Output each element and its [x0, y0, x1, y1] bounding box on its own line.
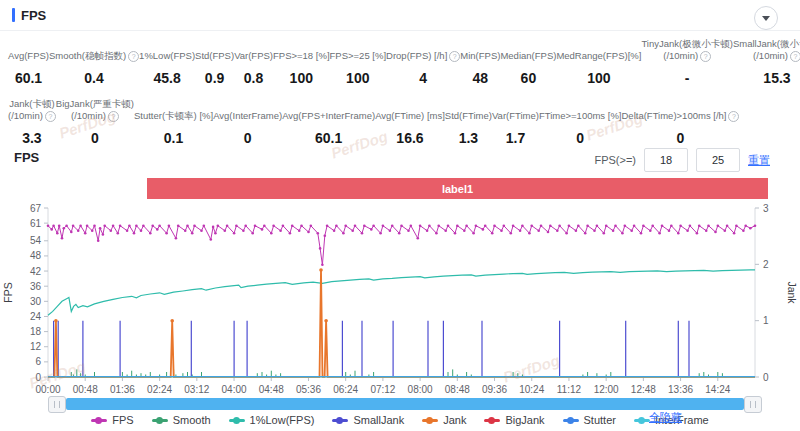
reset-link[interactable]: 重置	[748, 153, 770, 168]
stat-value: 60	[521, 70, 537, 86]
svg-text:04:00: 04:00	[222, 384, 247, 395]
legend-item-smalljank[interactable]: SmallJank	[332, 414, 404, 426]
stat-value: 0	[244, 130, 252, 146]
legend-item-1-low-fps-[interactable]: 1%Low(FPS)	[229, 414, 315, 426]
stat-label: TinyJank(极微小卡顿)	[641, 38, 733, 50]
svg-text:10:24: 10:24	[519, 384, 544, 395]
stat-label: 1%Low(FPS)	[139, 50, 195, 62]
stat-var-fps: Var(FPS) 0.8	[234, 36, 273, 86]
legend-label: SmallJank	[353, 414, 404, 426]
stats-spacer	[739, 96, 770, 146]
svg-text:11:12: 11:12	[557, 384, 582, 395]
stat-label: FTime>=100ms [%]	[539, 110, 622, 122]
svg-text:08:48: 08:48	[445, 384, 470, 395]
hide-all-link[interactable]: 全隐藏	[649, 410, 682, 425]
legend-swatch	[229, 419, 245, 422]
svg-text:0: 0	[763, 372, 769, 383]
stat-std-fps: Std(FPS) 0.9	[195, 36, 234, 86]
legend-swatch	[152, 419, 168, 422]
stat-min-fps: Min(FPS) 48	[460, 36, 500, 86]
stat-avg-ftime: Avg(FTime) [ms] 16.6	[375, 96, 445, 146]
stat-avg-interframe: Avg(InterFrame) 0	[213, 96, 282, 146]
stat-sub: (/10min)	[753, 50, 788, 62]
help-icon[interactable]: ?	[700, 51, 711, 62]
fps-threshold-input-2[interactable]	[696, 148, 740, 172]
legend-item-bigjank[interactable]: BigJank	[484, 414, 544, 426]
stat-label: BigJank(严重卡顿)	[56, 98, 134, 110]
fps-chart[interactable]: 6761544842363024181260321000:0000:4801:3…	[0, 200, 800, 396]
svg-text:12:00: 12:00	[594, 384, 619, 395]
help-icon[interactable]: ?	[45, 111, 56, 122]
stat-medrange-fps: MedRange(FPS)[%] 100	[556, 36, 641, 86]
collapse-button[interactable]	[754, 6, 778, 30]
legend-swatch	[422, 419, 438, 422]
legend-item-stutter[interactable]: Stutter	[563, 414, 616, 426]
stat-label: Avg(FTime) [ms]	[375, 110, 445, 122]
svg-text:05:36: 05:36	[296, 384, 321, 395]
stat-value: 1.7	[506, 130, 525, 146]
stat-value: -	[685, 70, 690, 86]
stat-smalljank: SmallJank(微小卡顿) (/10min)? 15.3	[733, 36, 800, 86]
stat-1pct-low: 1%Low(FPS) 45.8	[139, 36, 195, 86]
svg-text:12:48: 12:48	[631, 384, 656, 395]
svg-text:2: 2	[763, 259, 769, 270]
svg-text:61: 61	[30, 218, 42, 229]
stat-label: Jank(卡顿)	[9, 98, 54, 110]
stat-value: 0	[91, 130, 99, 146]
legend-items: FPSSmooth1%Low(FPS)SmallJankJankBigJankS…	[91, 414, 708, 426]
stat-value: 60.1	[15, 70, 42, 86]
title-accent-bar	[12, 8, 15, 22]
stat-avg-fps-interframe: Avg(FPS+InterFrame) 60.1	[282, 96, 375, 146]
stat-sub: (/10min)	[71, 110, 106, 122]
stat-label: Min(FPS)	[460, 50, 500, 62]
legend-label: Jank	[443, 414, 466, 426]
svg-text:03:12: 03:12	[184, 384, 209, 395]
fps-threshold-input-1[interactable]	[644, 148, 688, 172]
stat-value: 0.8	[244, 70, 263, 86]
stat-sub: (/10min)	[663, 50, 698, 62]
svg-text:24: 24	[30, 311, 42, 322]
svg-text:1: 1	[763, 315, 769, 326]
header-divider	[0, 30, 800, 31]
stat-label: MedRange(FPS)[%]	[556, 50, 641, 62]
svg-text:30: 30	[30, 296, 42, 307]
stat-std-ftime: Std(FTime) 1.3	[445, 96, 492, 146]
stat-fps-ge-18: FPS>=18 [%] 100	[273, 36, 330, 86]
svg-text:14:24: 14:24	[705, 384, 730, 395]
stat-bigjank: BigJank(严重卡顿) (/10min)? 0	[56, 96, 134, 146]
panel-title: FPS	[21, 8, 46, 23]
stat-value: 0.4	[84, 70, 103, 86]
svg-text:Jank: Jank	[786, 281, 798, 304]
svg-text:6: 6	[35, 356, 41, 367]
stat-label: Avg(InterFrame)	[213, 110, 282, 122]
svg-text:3: 3	[763, 203, 769, 214]
svg-text:06:24: 06:24	[333, 384, 358, 395]
help-icon[interactable]: ?	[790, 51, 800, 62]
stat-label: Avg(FPS+InterFrame)	[282, 110, 375, 122]
stat-sub: (/10min)	[8, 110, 43, 122]
legend-item-smooth[interactable]: Smooth	[152, 414, 211, 426]
svg-text:00:00: 00:00	[35, 384, 60, 395]
help-icon[interactable]: ?	[728, 111, 739, 122]
scrollbar-track[interactable]	[66, 398, 744, 410]
stat-value: 60.1	[315, 130, 342, 146]
svg-text:54: 54	[30, 235, 42, 246]
svg-text:36: 36	[30, 281, 42, 292]
annotation-band[interactable]: label1	[147, 178, 768, 199]
stat-label: FPS>=18 [%]	[273, 50, 330, 62]
legend-item-fps[interactable]: FPS	[91, 414, 133, 426]
help-icon[interactable]: ?	[108, 111, 119, 122]
stat-value: 16.6	[396, 130, 423, 146]
panel-header: FPS	[0, 0, 800, 30]
legend-item-jank[interactable]: Jank	[422, 414, 466, 426]
fps-threshold-controls: FPS(>=) 重置	[594, 148, 770, 172]
stat-value: 3.3	[22, 130, 41, 146]
stat-jank: Jank(卡顿) (/10min)? 3.3	[8, 96, 56, 146]
help-icon[interactable]: ?	[128, 51, 139, 62]
legend-swatch	[484, 419, 500, 422]
stat-label: Var(FPS)	[234, 50, 273, 62]
fps-threshold-label: FPS(>=)	[594, 154, 636, 166]
help-icon[interactable]: ?	[449, 51, 460, 62]
stat-tinyjank: TinyJank(极微小卡顿) (/10min)? -	[641, 36, 733, 86]
stat-label: FPS>=25 [%]	[330, 50, 387, 62]
